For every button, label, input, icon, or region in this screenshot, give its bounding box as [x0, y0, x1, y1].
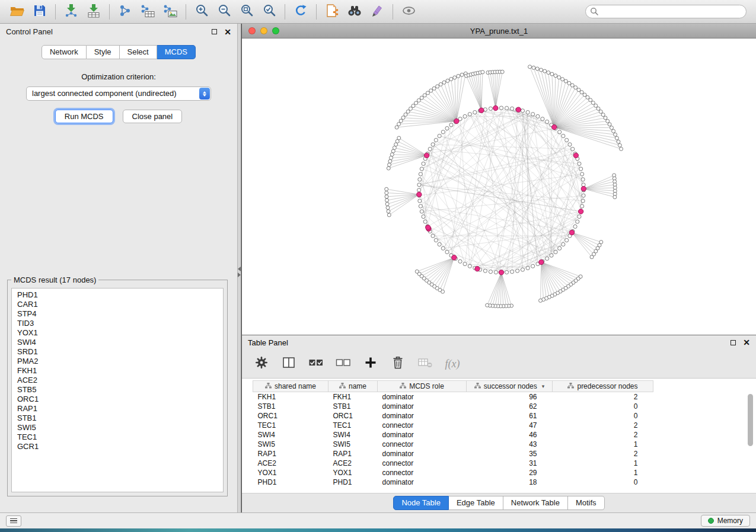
tab-network-table[interactable]: Network Table [503, 496, 568, 510]
criterion-select[interactable]: largest connected component (undirected) [26, 86, 211, 101]
tab-network[interactable]: Network [42, 45, 87, 59]
table-cell[interactable]: ORC1 [253, 411, 328, 421]
mcds-result-item[interactable]: GCR1 [12, 442, 223, 451]
table-cell[interactable]: dominator [378, 430, 467, 440]
table-cell[interactable]: RAP1 [328, 449, 378, 459]
table-settings-button[interactable] [254, 356, 269, 371]
tab-style[interactable]: Style [87, 45, 120, 59]
column-header-successor-nodes[interactable]: successor nodes ▾ [467, 381, 553, 392]
mcds-result-item[interactable]: RAP1 [12, 404, 223, 414]
network-canvas[interactable] [242, 39, 756, 335]
mcds-result-item[interactable]: STB1 [12, 414, 223, 423]
tab-mcds[interactable]: MCDS [157, 45, 196, 59]
memory-button[interactable]: Memory [701, 515, 750, 527]
show-columns-button[interactable] [281, 356, 296, 371]
table-cell[interactable]: SWI5 [328, 440, 378, 449]
function-builder-button[interactable]: f(x) [445, 356, 460, 371]
delete-table-button[interactable] [417, 356, 433, 371]
mcds-result-item[interactable]: CAR1 [12, 300, 223, 309]
export-table-button[interactable] [136, 3, 159, 21]
table-cell[interactable]: SWI5 [253, 440, 328, 449]
table-cell[interactable]: ACE2 [253, 459, 328, 468]
table-cell[interactable]: PHD1 [328, 477, 378, 487]
add-column-button[interactable] [363, 356, 378, 371]
sort-chevron-icon[interactable]: ▾ [542, 383, 545, 389]
close-panel-button[interactable]: Close panel [123, 110, 183, 123]
table-cell[interactable]: dominator [378, 411, 467, 421]
mcds-result-item[interactable]: SWI5 [12, 423, 223, 432]
zoom-selected-button[interactable] [258, 3, 280, 21]
table-cell[interactable]: 43 [467, 440, 553, 449]
zoom-fit-button[interactable] [235, 3, 258, 21]
mcds-result-item[interactable]: TEC1 [12, 432, 223, 442]
mcds-result-item[interactable]: SRD1 [12, 347, 223, 357]
mcds-result-item[interactable]: SWI4 [12, 338, 223, 347]
refresh-button[interactable] [289, 3, 312, 21]
table-cell[interactable]: connector [378, 468, 467, 477]
save-button[interactable] [28, 3, 51, 21]
table-row[interactable]: PHD1PHD1dominator180 [253, 477, 653, 487]
table-cell[interactable]: 2 [553, 392, 653, 402]
delete-column-button[interactable] [390, 356, 406, 371]
table-row[interactable]: TEC1TEC1connector472 [253, 421, 653, 430]
table-cell[interactable]: YOX1 [328, 468, 378, 477]
table-cell[interactable]: 1 [553, 440, 653, 449]
table-row[interactable]: SWI5SWI5connector431 [253, 440, 653, 449]
export-image-button[interactable] [159, 3, 181, 21]
table-cell[interactable]: STB1 [253, 402, 328, 411]
mcds-result-item[interactable]: STB5 [12, 385, 223, 395]
mcds-result-item[interactable]: PHD1 [12, 290, 223, 300]
table-cell[interactable]: FKH1 [328, 392, 378, 402]
table-row[interactable]: ACE2ACE2connector311 [253, 459, 653, 468]
table-cell[interactable]: 0 [553, 477, 653, 487]
table-cell[interactable]: 1 [553, 459, 653, 468]
table-row[interactable]: YOX1YOX1connector291 [253, 468, 653, 477]
table-scrollbar[interactable] [748, 381, 753, 489]
table-cell[interactable]: dominator [378, 402, 467, 411]
table-cell[interactable]: 61 [467, 411, 553, 421]
mcds-result-item[interactable]: TID3 [12, 319, 223, 328]
table-cell[interactable]: STB1 [328, 402, 378, 411]
table-cell[interactable]: 2 [553, 421, 653, 430]
table-cell[interactable]: 18 [467, 477, 553, 487]
table-cell[interactable]: connector [378, 421, 467, 430]
close-table-panel-icon[interactable]: ✕ [743, 338, 750, 347]
float-panel-icon[interactable] [212, 29, 217, 34]
table-cell[interactable]: YOX1 [253, 468, 328, 477]
table-cell[interactable]: SWI4 [328, 430, 378, 440]
table-cell[interactable]: dominator [378, 449, 467, 459]
open-folder-button[interactable] [6, 3, 28, 21]
window-close-icon[interactable] [248, 27, 256, 34]
zoom-out-button[interactable] [213, 3, 235, 21]
tab-node-table[interactable]: Node Table [393, 496, 449, 510]
tab-select[interactable]: Select [120, 45, 157, 59]
share-document-button[interactable] [321, 3, 343, 21]
export-network-button[interactable] [114, 3, 136, 21]
mcds-result-item[interactable]: YOX1 [12, 328, 223, 338]
table-cell[interactable]: TEC1 [328, 421, 378, 430]
apply-style-button[interactable] [366, 3, 388, 21]
table-cell[interactable]: 96 [467, 392, 553, 402]
table-row[interactable]: FKH1FKH1dominator962 [253, 392, 653, 402]
network-graph[interactable] [242, 39, 756, 335]
window-maximize-icon[interactable] [272, 27, 279, 34]
tab-motifs[interactable]: Motifs [568, 496, 605, 510]
table-row[interactable]: SWI4SWI4dominator462 [253, 430, 653, 440]
tab-edge-table[interactable]: Edge Table [449, 496, 503, 510]
hide-eye-button[interactable] [397, 3, 420, 21]
table-cell[interactable]: 2 [553, 449, 653, 459]
column-header-shared-name[interactable]: shared name [253, 381, 328, 392]
table-scrollbar-thumb[interactable] [748, 394, 753, 446]
column-header-predecessor-nodes[interactable]: predecessor nodes [553, 381, 653, 392]
run-mcds-button[interactable]: Run MCDS [55, 110, 113, 123]
search-input[interactable] [585, 5, 747, 18]
table-cell[interactable]: 2 [553, 430, 653, 440]
table-cell[interactable]: 47 [467, 421, 553, 430]
table-cell[interactable]: dominator [378, 477, 467, 487]
table-cell[interactable]: 31 [467, 459, 553, 468]
table-cell[interactable]: FKH1 [253, 392, 328, 402]
mcds-result-item[interactable]: ORC1 [12, 395, 223, 404]
table-cell[interactable]: dominator [378, 392, 467, 402]
window-minimize-icon[interactable] [260, 27, 267, 34]
table-cell[interactable]: RAP1 [253, 449, 328, 459]
